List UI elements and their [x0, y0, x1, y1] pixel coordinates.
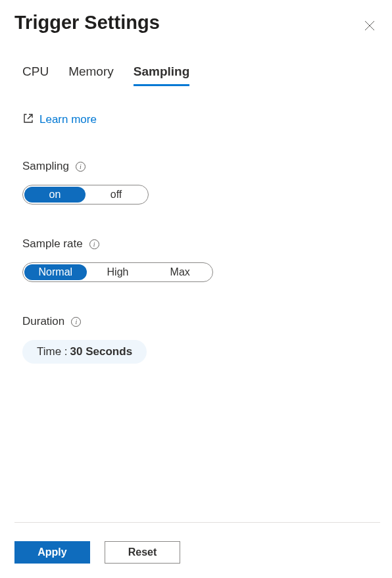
duration-pill[interactable]: Time : 30 Seconds: [22, 340, 147, 364]
apply-button[interactable]: Apply: [14, 541, 90, 564]
learn-more-link-row: Learn more: [22, 112, 392, 127]
footer: Apply Reset: [14, 522, 380, 564]
tab-sampling[interactable]: Sampling: [134, 64, 190, 86]
tab-cpu[interactable]: CPU: [22, 64, 49, 86]
footer-divider: [14, 522, 380, 523]
sampling-on-option[interactable]: on: [24, 187, 86, 203]
sample-rate-high-option[interactable]: High: [87, 264, 149, 280]
info-icon[interactable]: i: [71, 317, 81, 327]
sampling-toggle: on off: [22, 185, 149, 205]
duration-section: Duration i Time : 30 Seconds: [22, 315, 392, 364]
page-title: Trigger Settings: [14, 12, 160, 34]
tabs: CPU Memory Sampling: [0, 36, 392, 86]
sampling-label: Sampling: [22, 160, 69, 173]
sample-rate-label: Sample rate: [22, 237, 83, 251]
duration-value: 30 Seconds: [70, 345, 133, 358]
svg-line-2: [28, 114, 32, 119]
info-icon[interactable]: i: [89, 239, 99, 249]
sample-rate-normal-option[interactable]: Normal: [24, 264, 87, 280]
learn-more-link[interactable]: Learn more: [39, 113, 97, 126]
info-icon[interactable]: i: [76, 162, 86, 172]
close-button[interactable]: [362, 17, 378, 36]
duration-prefix: Time :: [37, 345, 68, 358]
sampling-section: Sampling i on off: [22, 160, 392, 205]
close-icon: [364, 19, 375, 34]
external-link-icon: [22, 112, 34, 127]
sample-rate-max-option[interactable]: Max: [149, 264, 211, 280]
sample-rate-section: Sample rate i Normal High Max: [22, 237, 392, 282]
reset-button[interactable]: Reset: [105, 541, 180, 564]
duration-label: Duration: [22, 315, 64, 328]
tab-memory[interactable]: Memory: [68, 64, 114, 86]
sample-rate-toggle: Normal High Max: [22, 262, 213, 282]
sampling-off-option[interactable]: off: [86, 187, 147, 203]
